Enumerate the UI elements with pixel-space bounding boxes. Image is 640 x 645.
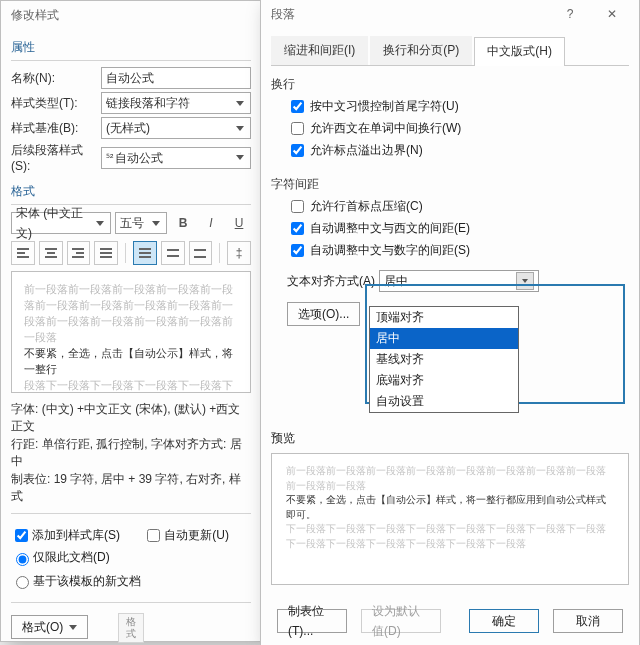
preview-after: 段落下一段落下一段落下一段落下一段落下一段落下一段落下一段落下一段落下一段落下一… bbox=[24, 378, 238, 393]
paragraph-dialog: 段落 ? ✕ 缩进和间距(I) 换行和分页(P) 中文版式(H) 换行 按中文习… bbox=[260, 0, 640, 645]
text-align-dropdown: 顶端对齐 居中 基线对齐 底端对齐 自动设置 bbox=[369, 306, 519, 413]
preview-emph: 不要紧，全选，点击【自动公示】样式，将一整行 bbox=[24, 346, 238, 378]
cancel-button[interactable]: 取消 bbox=[553, 609, 623, 633]
align-left-button[interactable] bbox=[11, 241, 35, 265]
chevron-down-icon bbox=[236, 155, 244, 160]
chevron-down-icon bbox=[152, 221, 160, 226]
only-this-doc-radio[interactable]: 仅限此文档(D) bbox=[11, 549, 110, 566]
name-input[interactable] bbox=[101, 67, 251, 89]
dd-option-top[interactable]: 顶端对齐 bbox=[370, 307, 518, 328]
options-button[interactable]: 选项(O)... bbox=[287, 302, 360, 326]
page-tab-decor: 格式 bbox=[118, 613, 144, 643]
underline-button[interactable]: U bbox=[227, 211, 251, 235]
format-menu-button[interactable]: 格式(O) bbox=[11, 615, 88, 639]
section-properties: 属性 bbox=[11, 39, 251, 56]
right-titlebar: 段落 ? ✕ bbox=[261, 0, 639, 28]
cb-cjk-first-last[interactable]: 按中文习惯控制首尾字符(U) bbox=[287, 97, 629, 116]
dd-option-center[interactable]: 居中 bbox=[370, 328, 518, 349]
style-type-label: 样式类型(T): bbox=[11, 95, 101, 112]
style-mark-icon: ⁵² bbox=[106, 148, 113, 168]
preview-label: 预览 bbox=[271, 430, 629, 447]
chevron-down-icon bbox=[96, 221, 104, 226]
align-center-button[interactable] bbox=[39, 241, 63, 265]
divider bbox=[11, 60, 251, 61]
group-line-break: 换行 bbox=[271, 76, 629, 93]
style-description: 字体: (中文) +中文正文 (宋体), (默认) +西文正文 行距: 单倍行距… bbox=[11, 401, 251, 505]
left-preview: 前一段落前一段落前一段落前一段落前一段落前一段落前一段落前一段落前一段落前一段落… bbox=[11, 271, 251, 393]
tab-line-page-break[interactable]: 换行和分页(P) bbox=[370, 36, 472, 65]
next-style-label: 后续段落样式(S): bbox=[11, 142, 101, 173]
style-type-value: 链接段落和字符 bbox=[106, 93, 190, 113]
align-right-button[interactable] bbox=[67, 241, 91, 265]
pv-before: 前一段落前一段落前一段落前一段落前一段落前一段落前一段落前一段落前一段落前一段落 bbox=[286, 464, 614, 493]
left-title: 修改样式 bbox=[11, 1, 255, 29]
text-align-label: 文本对齐方式(A) bbox=[287, 273, 375, 290]
dd-option-baseline[interactable]: 基线对齐 bbox=[370, 349, 518, 370]
chevron-down-icon bbox=[236, 126, 244, 131]
section-format: 格式 bbox=[11, 183, 251, 200]
style-based-value: (无样式) bbox=[106, 118, 150, 138]
left-titlebar: 修改样式 bbox=[1, 1, 261, 29]
cb-break-latin-words[interactable]: 允许西文在单词中间换行(W) bbox=[287, 119, 629, 138]
cb-cjk-digit-spacing[interactable]: 自动调整中文与数字的间距(S) bbox=[287, 241, 629, 260]
font-family-combo[interactable]: 宋体 (中文正文) bbox=[11, 212, 111, 234]
line-spacing-1-button[interactable] bbox=[133, 241, 157, 265]
separator bbox=[125, 243, 126, 263]
pv-after: 下一段落下一段落下一段落下一段落下一段落下一段落下一段落下一段落下一段落下一段落… bbox=[286, 522, 614, 551]
right-preview-box: 前一段落前一段落前一段落前一段落前一段落前一段落前一段落前一段落前一段落前一段落… bbox=[271, 453, 629, 585]
preview-before: 前一段落前一段落前一段落前一段落前一段落前一段落前一段落前一段落前一段落前一段落… bbox=[24, 282, 238, 346]
notes-2: 行距: 单倍行距, 孤行控制, 字体对齐方式: 居中 bbox=[11, 436, 251, 471]
line-spacing-2-button[interactable] bbox=[161, 241, 185, 265]
bold-button[interactable]: B bbox=[171, 211, 195, 235]
indent-left-button[interactable]: ‡ bbox=[227, 241, 251, 265]
right-body: 缩进和间距(I) 换行和分页(P) 中文版式(H) 换行 按中文习惯控制首尾字符… bbox=[261, 28, 639, 599]
tab-chinese-layout[interactable]: 中文版式(H) bbox=[474, 37, 565, 66]
right-footer: 制表位(T)... 设为默认值(D) 确定 取消 bbox=[261, 599, 639, 645]
style-type-combo[interactable]: 链接段落和字符 bbox=[101, 92, 251, 114]
style-based-combo[interactable]: (无样式) bbox=[101, 117, 251, 139]
tmpl-label: 基于该模板的新文档 bbox=[33, 573, 141, 590]
set-default-button[interactable]: 设为默认值(D) bbox=[361, 609, 441, 633]
pv-emph: 不要紧，全选，点击【自动公示】样式，将一整行都应用到自动公式样式即可。 bbox=[286, 493, 614, 522]
tab-indent-spacing[interactable]: 缩进和间距(I) bbox=[271, 36, 368, 65]
tabs: 缩进和间距(I) 换行和分页(P) 中文版式(H) bbox=[271, 36, 629, 66]
dd-option-bottom[interactable]: 底端对齐 bbox=[370, 370, 518, 391]
add-label: 添加到样式库(S) bbox=[32, 527, 120, 544]
add-to-gallery-checkbox[interactable]: 添加到样式库(S) bbox=[11, 526, 120, 545]
cb-cjk-latin-spacing[interactable]: 自动调整中文与西文的间距(E) bbox=[287, 219, 629, 238]
close-button[interactable]: ✕ bbox=[591, 0, 633, 28]
chevron-down-icon bbox=[69, 625, 77, 630]
style-based-label: 样式基准(B): bbox=[11, 120, 101, 137]
separator bbox=[219, 243, 220, 263]
align-justify-button[interactable] bbox=[94, 241, 118, 265]
italic-button[interactable]: I bbox=[199, 211, 223, 235]
tab-stops-button[interactable]: 制表位(T)... bbox=[277, 609, 347, 633]
font-size-value: 五号 bbox=[120, 213, 144, 233]
help-button[interactable]: ? bbox=[549, 0, 591, 28]
notes-1: 字体: (中文) +中文正文 (宋体), (默认) +西文正文 bbox=[11, 401, 251, 436]
divider bbox=[11, 513, 251, 514]
notes-3: 制表位: 19 字符, 居中 + 39 字符, 右对齐, 样式 bbox=[11, 471, 251, 506]
divider bbox=[11, 602, 251, 603]
auto-update-checkbox[interactable]: 自动更新(U) bbox=[143, 526, 229, 545]
group-char-spacing: 字符间距 bbox=[271, 176, 629, 193]
cb-punct-overflow[interactable]: 允许标点溢出边界(N) bbox=[287, 141, 629, 160]
name-label: 名称(N): bbox=[11, 70, 101, 87]
font-family-value: 宋体 (中文正文) bbox=[16, 203, 96, 243]
only-doc-label: 仅限此文档(D) bbox=[33, 549, 110, 566]
right-title: 段落 bbox=[271, 0, 549, 28]
line-spacing-3-button[interactable] bbox=[189, 241, 213, 265]
template-radio[interactable]: 基于该模板的新文档 bbox=[11, 573, 141, 590]
next-style-combo[interactable]: ⁵² 自动公式 bbox=[101, 147, 251, 169]
font-size-combo[interactable]: 五号 bbox=[115, 212, 167, 234]
dd-option-auto[interactable]: 自动设置 bbox=[370, 391, 518, 412]
left-body: 属性 名称(N): 样式类型(T): 链接段落和字符 样式基准(B): (无样式… bbox=[1, 29, 261, 645]
auto-update-label: 自动更新(U) bbox=[164, 527, 229, 544]
format-btn-label: 格式(O) bbox=[22, 617, 63, 637]
next-style-value: 自动公式 bbox=[115, 148, 163, 168]
chevron-down-icon bbox=[236, 101, 244, 106]
cb-compress-punct[interactable]: 允许行首标点压缩(C) bbox=[287, 197, 629, 216]
ok-button[interactable]: 确定 bbox=[469, 609, 539, 633]
modify-style-window: 修改样式 属性 名称(N): 样式类型(T): 链接段落和字符 样式基准(B):… bbox=[0, 0, 262, 642]
